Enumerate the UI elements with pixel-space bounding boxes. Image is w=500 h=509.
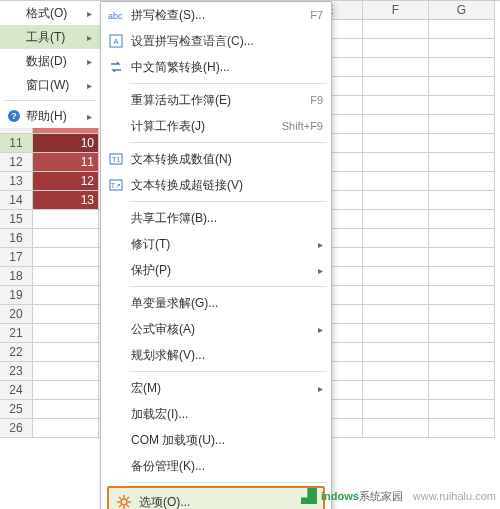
submenu-item[interactable]: 选项(O)...	[107, 486, 325, 509]
submenu-item[interactable]: 计算工作表(J)Shift+F9	[101, 113, 331, 139]
cell[interactable]	[429, 305, 495, 324]
row-header[interactable]: 23	[0, 362, 33, 381]
cell[interactable]	[363, 305, 429, 324]
cell[interactable]	[33, 286, 99, 305]
cell[interactable]	[429, 324, 495, 343]
cell[interactable]	[33, 343, 99, 362]
cell[interactable]	[363, 400, 429, 419]
submenu-item[interactable]: 共享工作簿(B)...	[101, 205, 331, 231]
cell[interactable]	[363, 191, 429, 210]
cell[interactable]	[429, 419, 495, 438]
menu-item-工具[interactable]: 工具(T)▸	[0, 25, 100, 49]
cell[interactable]	[363, 324, 429, 343]
cell[interactable]	[33, 324, 99, 343]
menu-item-窗口[interactable]: 窗口(W)▸	[0, 73, 100, 97]
cell[interactable]	[33, 362, 99, 381]
cell[interactable]	[33, 267, 99, 286]
cell[interactable]	[429, 153, 495, 172]
row-header[interactable]: 26	[0, 419, 33, 438]
cell[interactable]	[429, 210, 495, 229]
cell[interactable]	[363, 115, 429, 134]
cell[interactable]	[429, 343, 495, 362]
cell[interactable]	[429, 248, 495, 267]
cell[interactable]	[429, 20, 495, 39]
row-header[interactable]: 17	[0, 248, 33, 267]
row-header[interactable]: 25	[0, 400, 33, 419]
cell[interactable]	[429, 286, 495, 305]
cell[interactable]: 11	[33, 153, 99, 172]
cell[interactable]	[363, 381, 429, 400]
cell[interactable]: 10	[33, 134, 99, 153]
menu-item-帮助[interactable]: ?帮助(H)▸	[0, 104, 100, 128]
cell[interactable]	[33, 248, 99, 267]
submenu-item[interactable]: 公式审核(A)▸	[101, 316, 331, 342]
cell[interactable]	[363, 343, 429, 362]
submenu-item[interactable]: 加载宏(I)...	[101, 401, 331, 427]
cell[interactable]	[33, 210, 99, 229]
row-header[interactable]: 19	[0, 286, 33, 305]
cell[interactable]: 13	[33, 191, 99, 210]
cell[interactable]	[363, 267, 429, 286]
cell[interactable]	[363, 286, 429, 305]
row-header[interactable]: 16	[0, 229, 33, 248]
submenu-item[interactable]: 重算活动工作簿(E)F9	[101, 87, 331, 113]
col-header-f[interactable]: F	[363, 1, 429, 20]
cell[interactable]	[363, 39, 429, 58]
cell[interactable]	[363, 20, 429, 39]
cell[interactable]	[363, 77, 429, 96]
submenu-item[interactable]: A设置拼写检查语言(C)...	[101, 28, 331, 54]
cell[interactable]	[363, 229, 429, 248]
cell[interactable]	[363, 58, 429, 77]
row-header[interactable]: 21	[0, 324, 33, 343]
cell[interactable]	[429, 400, 495, 419]
menu-item-数据[interactable]: 数据(D)▸	[0, 49, 100, 73]
row-header[interactable]: 12	[0, 153, 33, 172]
cell[interactable]	[363, 134, 429, 153]
submenu-item[interactable]: 单变量求解(G)...	[101, 290, 331, 316]
cell[interactable]: 12	[33, 172, 99, 191]
row-header[interactable]: 15	[0, 210, 33, 229]
row-header[interactable]: 24	[0, 381, 33, 400]
cell[interactable]	[363, 172, 429, 191]
cell[interactable]	[429, 115, 495, 134]
col-header-g[interactable]: G	[429, 1, 495, 20]
cell[interactable]	[33, 381, 99, 400]
cell[interactable]	[363, 153, 429, 172]
submenu-item[interactable]: 宏(M)▸	[101, 375, 331, 401]
cell[interactable]	[429, 77, 495, 96]
cell[interactable]	[429, 229, 495, 248]
row-header[interactable]: 11	[0, 134, 33, 153]
cell[interactable]	[33, 400, 99, 419]
cell[interactable]	[429, 191, 495, 210]
submenu-item[interactable]: 保护(P)▸	[101, 257, 331, 283]
submenu-item[interactable]: abc拼写检查(S)...F7	[101, 2, 331, 28]
submenu-item[interactable]: 规划求解(V)...	[101, 342, 331, 368]
cell[interactable]	[33, 229, 99, 248]
row-header[interactable]: 14	[0, 191, 33, 210]
submenu-item[interactable]: T↗文本转换成超链接(V)	[101, 172, 331, 198]
cell[interactable]	[429, 134, 495, 153]
submenu-item[interactable]: COM 加载项(U)...	[101, 427, 331, 453]
cell[interactable]	[363, 96, 429, 115]
cell[interactable]	[33, 419, 99, 438]
submenu-item[interactable]: 备份管理(K)...	[101, 453, 331, 479]
submenu-item[interactable]: T1文本转换成数值(N)	[101, 146, 331, 172]
cell[interactable]	[363, 248, 429, 267]
cell[interactable]	[429, 362, 495, 381]
submenu-item[interactable]: 修订(T)▸	[101, 231, 331, 257]
cell[interactable]	[363, 419, 429, 438]
cell[interactable]	[429, 381, 495, 400]
cell[interactable]	[429, 172, 495, 191]
row-header[interactable]: 22	[0, 343, 33, 362]
row-header[interactable]: 20	[0, 305, 33, 324]
submenu-item[interactable]: 中文简繁转换(H)...	[101, 54, 331, 80]
cell[interactable]	[33, 305, 99, 324]
cell[interactable]	[429, 58, 495, 77]
row-header[interactable]: 13	[0, 172, 33, 191]
row-header[interactable]: 18	[0, 267, 33, 286]
cell[interactable]	[429, 39, 495, 58]
cell[interactable]	[363, 210, 429, 229]
cell[interactable]	[363, 362, 429, 381]
menu-item-格式[interactable]: 格式(O)▸	[0, 1, 100, 25]
cell[interactable]	[429, 96, 495, 115]
